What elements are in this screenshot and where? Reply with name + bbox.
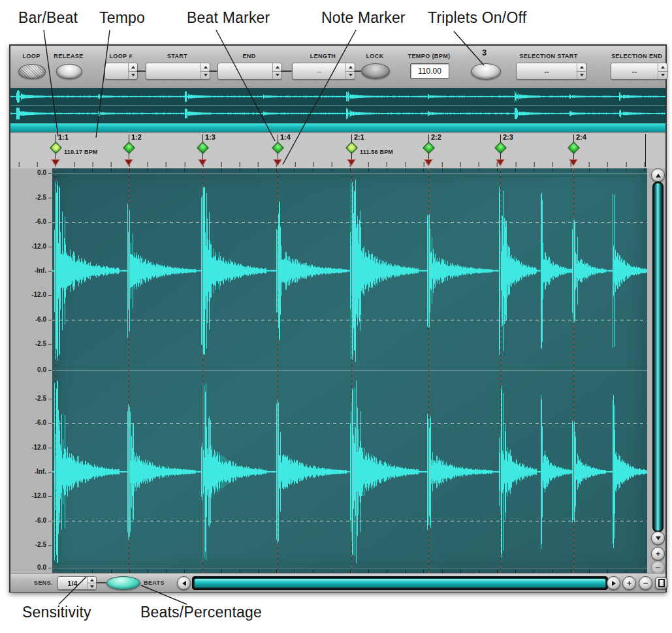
spin-up-icon[interactable] xyxy=(88,577,96,583)
note-marker-triangle[interactable] xyxy=(124,159,133,166)
selection-end-label: SELECTION END xyxy=(608,53,665,59)
beat-marker-diamond[interactable] xyxy=(123,142,135,153)
note-marker-triangle[interactable] xyxy=(569,159,578,166)
main-area: 0.0-2.5-6.0-12.0-Inf.-12.0-6.0-2.50.0-2.… xyxy=(10,168,665,573)
spin-up-icon[interactable] xyxy=(201,63,210,72)
db-axis-label: -2.5 xyxy=(14,541,46,548)
zoom-in-button[interactable]: + xyxy=(622,576,636,590)
plus-icon: + xyxy=(627,579,632,587)
spin-up-icon[interactable] xyxy=(346,63,355,72)
length-spinner[interactable]: -- xyxy=(292,63,355,80)
db-axis-tick xyxy=(48,399,52,399)
selection-start-spinner[interactable]: -- xyxy=(516,63,586,80)
selection-start-spin-arrows[interactable] xyxy=(577,63,586,79)
beat-gridline xyxy=(500,168,501,573)
note-marker-triangle[interactable] xyxy=(198,159,207,166)
connector-line xyxy=(281,70,292,72)
zoom-out-vertical-button[interactable]: − xyxy=(651,561,665,574)
db-axis-tick xyxy=(48,568,52,568)
beat-marker-diamond[interactable] xyxy=(197,142,208,153)
db-axis-tick xyxy=(48,222,52,223)
beat-marker-diamond[interactable] xyxy=(568,142,579,153)
horizontal-scrollbar-thumb[interactable] xyxy=(194,578,606,588)
db-axis-tick xyxy=(48,521,52,521)
note-marker-triangle[interactable] xyxy=(51,159,60,166)
spin-up-icon[interactable] xyxy=(577,63,586,72)
sensitivity-spin-arrows[interactable] xyxy=(87,577,96,589)
zoom-in-vertical-button[interactable]: + xyxy=(651,547,665,561)
beat-marker-diamond[interactable] xyxy=(423,142,434,153)
loop-number-spin-arrows[interactable] xyxy=(128,63,137,79)
triplets-toggle-button[interactable] xyxy=(471,63,501,80)
spin-up-icon[interactable] xyxy=(129,63,137,72)
beat-gridline xyxy=(56,168,56,573)
length-value: -- xyxy=(293,63,345,79)
db-axis-label: -Inf. xyxy=(14,267,46,274)
scroll-right-button[interactable] xyxy=(607,576,620,590)
beat-gridline xyxy=(573,168,574,573)
start-spinner[interactable] xyxy=(146,63,210,80)
beats-percentage-toggle[interactable] xyxy=(106,576,140,590)
start-spin-arrows[interactable] xyxy=(200,63,210,79)
end-spin-arrows[interactable] xyxy=(272,63,281,79)
spin-down-icon[interactable] xyxy=(658,72,667,80)
ruler-ticks xyxy=(10,162,645,167)
zoom-out-button[interactable]: − xyxy=(639,576,652,590)
minus6-db-gridline xyxy=(52,521,647,521)
spin-down-icon[interactable] xyxy=(129,72,137,80)
beat-gridline xyxy=(202,168,203,573)
beat-marker-diamond[interactable] xyxy=(272,142,283,153)
loop-number-spinner[interactable] xyxy=(104,63,138,80)
vertical-scrollbar-thumb[interactable] xyxy=(654,183,662,531)
db-axis-label: -12.0 xyxy=(14,291,46,298)
overview-selection-bar[interactable] xyxy=(10,123,665,132)
loop-button[interactable] xyxy=(18,64,46,79)
bar-beat-label: 2:3 xyxy=(503,133,513,141)
scroll-up-button[interactable] xyxy=(651,168,665,182)
spin-down-icon[interactable] xyxy=(273,72,281,80)
spin-up-icon[interactable] xyxy=(273,63,281,72)
sensitivity-spinner[interactable]: 1/4 xyxy=(57,576,97,590)
waveform-canvas[interactable] xyxy=(52,168,647,573)
scroll-left-button[interactable] xyxy=(177,576,191,590)
selection-start-label: SELECTION START xyxy=(512,53,585,59)
note-marker-triangle[interactable] xyxy=(496,159,505,166)
db-axis-tick xyxy=(48,173,52,174)
beat-marker-diamond[interactable] xyxy=(345,142,357,153)
end-spinner[interactable] xyxy=(217,63,282,80)
beat-analysis-window: LOOP RELEASE LOOP # START xyxy=(9,44,667,593)
length-spin-arrows[interactable] xyxy=(345,63,355,79)
release-button[interactable] xyxy=(56,64,82,79)
beat-marker-diamond[interactable] xyxy=(494,142,506,153)
vertical-scrollbar[interactable] xyxy=(652,181,664,533)
triplet-3-label: 3 xyxy=(469,48,500,57)
waveform-view[interactable] xyxy=(52,168,648,573)
minus-icon: − xyxy=(656,563,661,572)
zoom-fit-button[interactable] xyxy=(655,577,667,589)
selection-end-spinner[interactable]: -- xyxy=(611,63,667,80)
down-arrow-icon xyxy=(656,536,661,540)
beat-marker-diamond[interactable] xyxy=(50,142,61,153)
note-marker-triangle[interactable] xyxy=(347,159,356,166)
lock-button[interactable] xyxy=(361,63,390,79)
db-axis-label: 0.0 xyxy=(14,169,46,176)
ruler-end-line xyxy=(645,134,646,167)
overview-strip[interactable] xyxy=(10,88,665,133)
note-marker-triangle[interactable] xyxy=(424,159,433,166)
spin-up-icon[interactable] xyxy=(658,63,667,72)
horizontal-scrollbar[interactable] xyxy=(192,576,608,590)
spin-down-icon[interactable] xyxy=(577,72,586,80)
spin-down-icon[interactable] xyxy=(88,583,96,589)
db-axis-label: -Inf. xyxy=(14,468,46,475)
beat-ruler[interactable]: 1:1110.17 BPM1:21:31:42:1111.56 BPM2:22:… xyxy=(10,132,665,169)
note-marker-triangle[interactable] xyxy=(273,159,282,166)
db-axis-tick xyxy=(48,448,52,448)
spin-down-icon[interactable] xyxy=(201,72,210,80)
selection-end-spin-arrows[interactable] xyxy=(658,63,667,79)
bar-beat-label: 2:1 xyxy=(354,133,364,141)
tempo-field[interactable]: 110.00 xyxy=(410,63,449,79)
bottom-bar: SENS. 1/4 BEATS + − xyxy=(10,573,665,592)
spin-down-icon[interactable] xyxy=(346,72,355,80)
scroll-down-button[interactable] xyxy=(651,531,665,545)
up-arrow-icon xyxy=(656,174,661,178)
